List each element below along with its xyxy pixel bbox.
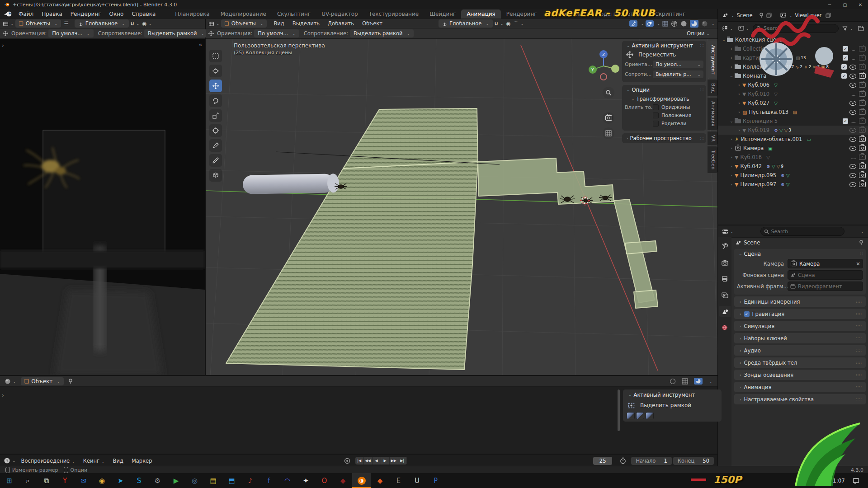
auto-keying-toggle[interactable] (344, 458, 350, 464)
outliner-row[interactable]: ›▼Куб.019⚙▽▽3 (718, 126, 868, 135)
language-indicator[interactable]: РУС (816, 478, 826, 484)
transform-tool-button[interactable] (209, 124, 222, 137)
expand-region-arrow[interactable]: › (2, 392, 4, 399)
disable-render-icon[interactable] (859, 64, 866, 70)
expand-icon[interactable]: › (728, 146, 735, 150)
move-tool-button[interactable] (209, 80, 222, 92)
disable-render-icon[interactable] (859, 127, 866, 133)
tab-tool[interactable] (719, 241, 731, 252)
outliner-row[interactable]: ⌄Коллекция сцены (718, 35, 868, 44)
tab-world[interactable] (719, 322, 731, 333)
hide-eye-icon[interactable] (851, 156, 856, 159)
disable-render-icon[interactable] (859, 46, 866, 52)
previous-frame-button[interactable]: ◀ (373, 457, 381, 465)
taskbar-search-icon[interactable]: ⌕ (19, 473, 37, 488)
shading-rendered-icon[interactable] (701, 20, 708, 27)
outliner-row[interactable]: ›Collection✓ (718, 44, 868, 53)
timeline-editor-icon[interactable]: ⌄ (4, 457, 16, 464)
taskbar-explorer-icon[interactable]: ▤ (204, 473, 222, 488)
outliner-item-label[interactable]: Collection (743, 46, 769, 52)
display-mode-icon[interactable]: ⌄ (722, 26, 733, 31)
disable-render-icon[interactable] (859, 55, 866, 61)
taskbar-store-icon[interactable]: ⬒ (222, 473, 241, 488)
snap-magnet-icon[interactable]: ∪⌄ (130, 20, 140, 27)
mode-dropdown[interactable]: ❏Объекты⌄ (15, 19, 61, 28)
filter-funnel-icon[interactable]: ⌄ (842, 26, 853, 31)
menu-add[interactable]: Добавить (324, 19, 358, 28)
new-collection-icon[interactable] (858, 26, 864, 31)
show-overlays-toggle[interactable] (646, 20, 654, 27)
expand-icon[interactable]: › (736, 128, 742, 132)
taskbar-eps-app-icon[interactable]: E (389, 473, 408, 488)
collapsed-menus-icon[interactable]: ☰ (64, 20, 68, 27)
disable-render-icon[interactable] (859, 155, 866, 160)
outliner-item-label[interactable]: Куб.006 (748, 82, 769, 88)
tool-option-icon[interactable] (646, 412, 654, 419)
blender-menu-icon[interactable] (4, 11, 13, 17)
outliner-item-label[interactable]: Коллекция 3 (743, 64, 778, 70)
hide-eye-icon[interactable] (849, 83, 856, 88)
options-dropdown[interactable]: Опции⌄ (683, 29, 714, 38)
tab-output[interactable] (719, 273, 731, 284)
shading-material-icon[interactable] (690, 20, 698, 28)
disable-render-icon[interactable] (859, 73, 866, 79)
show-gizmo-toggle[interactable] (629, 20, 637, 27)
navigation-gizmo[interactable]: Z Y (585, 47, 622, 83)
frame-start-field[interactable]: Начало1 (631, 457, 671, 465)
expand-icon[interactable]: › (728, 56, 735, 60)
outliner-item-label[interactable]: Цилиндр.097 (740, 181, 776, 188)
menu-marker[interactable]: Маркер (127, 457, 156, 465)
rotate-tool-button[interactable] (209, 94, 222, 107)
expand-icon[interactable]: › (728, 155, 735, 160)
workspace-tab[interactable]: Скульптинг (272, 9, 316, 19)
outliner-item-label[interactable]: Источник-область.001 (741, 136, 802, 142)
disable-render-icon[interactable] (859, 109, 866, 115)
workspace-tab[interactable]: Планировка (170, 9, 215, 19)
menu-select[interactable]: Выделить (288, 19, 324, 28)
disable-render-icon[interactable] (859, 118, 866, 124)
outliner-row[interactable]: ›☀Источник-область.001▭ (718, 135, 868, 144)
hide-eye-icon[interactable] (849, 146, 856, 151)
orientation-dropdown[interactable]: По умолч...⌄ (254, 29, 299, 38)
jump-to-start-button[interactable]: |◀ (355, 457, 364, 465)
expand-icon[interactable]: › (736, 101, 742, 105)
panel-title[interactable]: Опции (632, 87, 650, 93)
tray-expand-arrow[interactable]: ^ (805, 478, 810, 484)
outliner-row[interactable]: ›▼Цилиндр.095⚙▽ (718, 171, 868, 180)
properties-options-icon[interactable]: ⌄ (860, 229, 864, 234)
scrollbar[interactable] (618, 389, 620, 431)
collection-checkbox[interactable]: ✓ (841, 73, 847, 79)
disable-render-icon[interactable] (859, 182, 866, 187)
expand-icon[interactable]: › (728, 182, 735, 187)
collection-checkbox[interactable]: ✓ (843, 118, 848, 124)
outliner-row[interactable]: ›▼Цилиндр.097⚙▽ (718, 180, 868, 189)
workspace-tab[interactable]: Моделирование (215, 9, 272, 19)
outliner-item-label[interactable]: Комната (743, 73, 766, 79)
workspace-tab[interactable]: Анимация (461, 9, 500, 19)
filter-image-icon[interactable]: ⌄ (738, 26, 750, 31)
tool-option-icon[interactable] (627, 412, 635, 419)
taskbar-telegram-icon[interactable]: ➤ (111, 473, 130, 488)
editor-type-icon[interactable]: ⌄ (208, 21, 220, 27)
hide-eye-icon[interactable] (849, 182, 856, 187)
orthographic-toggle-button[interactable] (603, 127, 614, 139)
transform-orientation-dropdown[interactable]: Глобальное⌄ (439, 19, 493, 28)
hide-eye-icon[interactable] (851, 120, 856, 123)
scale-tool-button[interactable] (209, 109, 222, 122)
snap-magnet-icon[interactable]: ∪⌄ (494, 20, 504, 27)
disable-render-icon[interactable] (859, 136, 866, 142)
minimize-button[interactable]: ─ (822, 2, 837, 7)
menu-file[interactable]: Файл (14, 10, 38, 18)
n-panel-tab[interactable]: TreeGen (708, 146, 717, 173)
transform-subpanel-title[interactable]: Трансформировать (637, 96, 689, 102)
tab-view-layer[interactable] (719, 290, 731, 300)
orientation-dropdown[interactable]: По умолч...⌄ (48, 29, 94, 38)
menu-object[interactable]: Объект (358, 19, 387, 28)
outliner-row[interactable]: ⌄Коллекция 5✓ (718, 117, 868, 126)
grid-display-icon[interactable] (682, 378, 688, 385)
hide-eye-icon[interactable] (851, 93, 856, 96)
taskbar-opera-icon[interactable]: O (315, 473, 334, 488)
preview-sphere-icon[interactable] (670, 378, 676, 385)
expand-icon[interactable]: ⌄ (728, 74, 735, 78)
workspace-tab[interactable]: Рендеринг (501, 9, 542, 19)
